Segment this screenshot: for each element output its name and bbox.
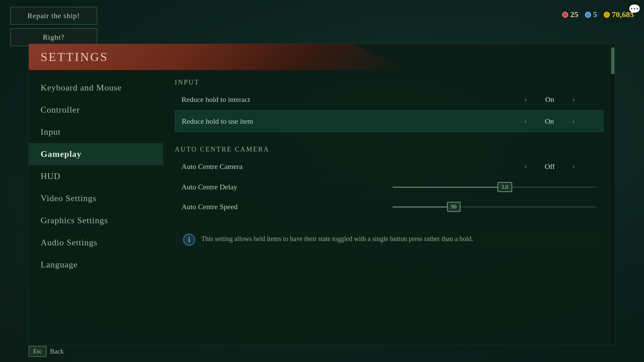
setting-value-reduce-hold-interact: On — [536, 95, 563, 104]
currency-gold: 70,685 — [604, 10, 634, 19]
setting-label-auto-centre-delay: Auto Centre Delay — [181, 183, 386, 191]
red-value: 25 — [570, 10, 578, 19]
scrollbar-track[interactable] — [610, 44, 615, 345]
setting-label-reduce-hold-interact: Reduce hold to interact — [181, 95, 503, 104]
setting-control-reduce-hold-interact: ‹On› — [503, 94, 597, 105]
sidebar-item-video-settings[interactable]: Video Settings — [29, 187, 163, 209]
repair-ship-button[interactable]: Repair the ship! — [10, 7, 97, 25]
top-buttons: Repair the ship! Right? — [10, 7, 97, 46]
setting-label-auto-centre-camera-toggle: Auto Centre Camera — [181, 162, 503, 171]
sidebar-item-gameplay[interactable]: Gameplay — [29, 143, 163, 165]
settings-panel: Settings Keyboard and MouseControllerInp… — [29, 44, 615, 345]
arrow-left-auto-centre-camera-toggle[interactable]: ‹ — [522, 161, 530, 172]
scrollbar-thumb[interactable] — [611, 47, 614, 74]
arrow-right-reduce-hold-use-item[interactable]: › — [570, 116, 577, 126]
sidebar-item-language[interactable]: Language — [29, 254, 163, 276]
blue-value: 5 — [593, 10, 597, 19]
currency-red: 25 — [562, 10, 578, 19]
setting-value-auto-centre-camera-toggle: Off — [536, 162, 563, 171]
settings-title: Settings — [41, 50, 108, 64]
setting-row-auto-centre-camera-toggle: Auto Centre Camera‹Off› — [175, 156, 603, 177]
setting-value-reduce-hold-use-item: On — [536, 117, 563, 126]
section-header-auto-centre-camera: Auto Centre Camera — [175, 145, 603, 153]
setting-control-reduce-hold-use-item: ‹On› — [502, 116, 596, 126]
red-dot-icon — [562, 12, 568, 18]
esc-key[interactable]: Esc — [29, 346, 47, 357]
info-icon: i — [183, 234, 195, 246]
slider-track-auto-centre-speed: 90 — [392, 206, 597, 207]
sidebar: Keyboard and MouseControllerInputGamepla… — [29, 70, 163, 344]
gold-value: 70,685 — [612, 10, 634, 19]
sidebar-item-hud[interactable]: HUD — [29, 165, 163, 187]
info-text: This setting allows held items to have t… — [201, 234, 473, 244]
setting-row-reduce-hold-interact: Reduce hold to interact‹On› — [175, 89, 603, 110]
setting-row-auto-centre-delay: Auto Centre Delay3.0 — [175, 177, 603, 197]
sidebar-item-audio-settings[interactable]: Audio Settings — [29, 232, 163, 254]
setting-row-reduce-hold-use-item: Reduce hold to use item‹On› — [175, 110, 603, 132]
setting-row-auto-centre-speed: Auto Centre Speed90 — [175, 197, 603, 217]
settings-body: Keyboard and MouseControllerInputGamepla… — [29, 70, 615, 344]
currency-bar: 25 5 70,685 — [562, 7, 634, 19]
arrow-right-reduce-hold-interact[interactable]: › — [570, 94, 578, 105]
setting-label-auto-centre-speed: Auto Centre Speed — [181, 202, 386, 211]
sidebar-item-input[interactable]: Input — [29, 121, 163, 143]
arrow-left-reduce-hold-interact[interactable]: ‹ — [522, 94, 530, 105]
top-bar: Repair the ship! Right? 25 5 70,685 — [0, 0, 644, 44]
sidebar-item-controller[interactable]: Controller — [29, 99, 163, 121]
slider-fill-auto-centre-speed — [392, 206, 454, 207]
settings-header: Settings — [29, 44, 410, 70]
slider-thumb-auto-centre-speed[interactable]: 90 — [447, 202, 461, 212]
arrow-right-auto-centre-camera-toggle[interactable]: › — [570, 161, 578, 172]
sidebar-item-keyboard-mouse[interactable]: Keyboard and Mouse — [29, 77, 163, 99]
content-area[interactable]: InputReduce hold to interact‹On›Reduce h… — [163, 70, 615, 344]
back-label: Back — [50, 348, 64, 355]
currency-blue: 5 — [585, 10, 597, 19]
slider-auto-centre-speed[interactable]: 90 — [392, 206, 597, 207]
slider-fill-auto-centre-delay — [392, 187, 505, 188]
bottom-bar: Esc Back — [29, 346, 64, 357]
section-header-input-section: Input — [175, 78, 603, 86]
arrow-left-reduce-hold-use-item[interactable]: ‹ — [522, 116, 529, 126]
setting-label-reduce-hold-use-item: Reduce hold to use item — [182, 117, 502, 126]
setting-control-auto-centre-camera-toggle: ‹Off› — [503, 161, 597, 172]
slider-auto-centre-delay[interactable]: 3.0 — [392, 187, 597, 188]
info-box: iThis setting allows held items to have … — [175, 227, 603, 252]
slider-thumb-auto-centre-delay[interactable]: 3.0 — [497, 182, 512, 192]
sidebar-item-graphics-settings[interactable]: Graphics Settings — [29, 209, 163, 232]
slider-track-auto-centre-delay: 3.0 — [392, 187, 597, 188]
gold-dot-icon — [604, 12, 610, 18]
blue-dot-icon — [585, 12, 591, 18]
